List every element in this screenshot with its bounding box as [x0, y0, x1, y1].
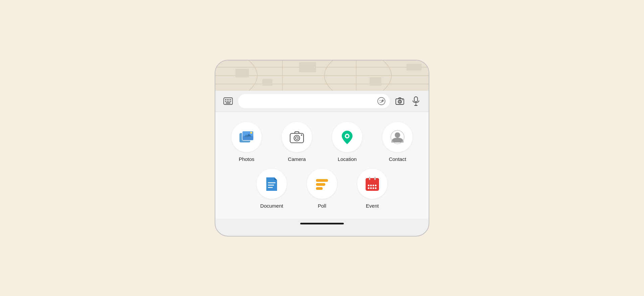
event-icon-circle — [357, 169, 387, 199]
camera-toolbar-icon[interactable] — [394, 95, 406, 107]
photos-icon-circle — [231, 122, 262, 152]
svg-rect-13 — [228, 99, 229, 100]
map-area — [215, 60, 429, 91]
svg-point-60 — [370, 187, 372, 189]
photos-label: Photos — [239, 156, 255, 162]
svg-point-40 — [301, 134, 302, 136]
location-label: Location — [338, 156, 357, 162]
svg-point-24 — [399, 101, 401, 102]
svg-rect-18 — [230, 101, 231, 102]
svg-point-23 — [398, 100, 401, 103]
svg-rect-14 — [230, 99, 231, 100]
svg-point-25 — [402, 99, 403, 100]
svg-rect-49 — [316, 179, 328, 182]
event-label: Event — [366, 203, 379, 209]
camera-label: Camera — [288, 156, 306, 162]
document-item[interactable]: Document — [250, 169, 293, 209]
home-indicator — [215, 219, 429, 226]
keyboard-icon[interactable] — [222, 95, 234, 107]
grid-row-2: Document Poll — [222, 169, 422, 209]
contact-label: Contact — [389, 156, 406, 162]
camera-icon-circle — [282, 122, 312, 152]
camera-item[interactable]: Camera — [275, 122, 319, 162]
svg-point-59 — [368, 187, 370, 189]
svg-point-55 — [368, 184, 370, 186]
svg-point-61 — [373, 187, 374, 189]
svg-point-57 — [373, 184, 374, 186]
grid-row-1: Photos Camera — [222, 122, 422, 162]
document-label: Document — [260, 203, 283, 209]
input-bar — [215, 91, 429, 112]
svg-rect-54 — [366, 180, 379, 182]
poll-item[interactable]: Poll — [300, 169, 344, 209]
contact-item[interactable]: Contact — [376, 122, 419, 162]
svg-rect-17 — [228, 101, 229, 102]
svg-rect-19 — [226, 102, 230, 103]
svg-rect-6 — [299, 62, 316, 72]
poll-icon-circle — [307, 169, 337, 199]
svg-rect-5 — [235, 69, 249, 77]
svg-rect-16 — [227, 101, 228, 102]
poll-label: Poll — [318, 203, 326, 209]
event-item[interactable]: Event — [351, 169, 394, 209]
grid-area: Photos Camera — [215, 112, 429, 219]
svg-rect-26 — [414, 97, 418, 102]
svg-point-56 — [370, 184, 372, 186]
svg-point-39 — [296, 137, 298, 139]
svg-point-58 — [375, 184, 377, 186]
sticker-icon[interactable] — [377, 97, 386, 105]
svg-rect-11 — [225, 99, 226, 100]
phone-container: Photos Camera — [215, 60, 429, 237]
svg-point-44 — [395, 132, 400, 138]
svg-point-21 — [380, 100, 381, 101]
home-bar — [300, 223, 344, 224]
svg-rect-51 — [316, 187, 323, 190]
document-icon-circle — [257, 169, 287, 199]
svg-rect-9 — [407, 64, 422, 71]
svg-rect-7 — [370, 77, 381, 86]
svg-rect-63 — [369, 177, 370, 180]
svg-rect-64 — [374, 177, 376, 180]
svg-rect-50 — [316, 183, 325, 186]
svg-point-62 — [375, 187, 377, 189]
location-icon-circle — [332, 122, 362, 152]
mic-icon[interactable] — [410, 95, 422, 107]
svg-rect-12 — [227, 99, 228, 100]
svg-point-42 — [346, 135, 348, 137]
photos-item[interactable]: Photos — [225, 122, 268, 162]
svg-point-35 — [250, 132, 252, 134]
message-input[interactable] — [238, 94, 390, 108]
svg-rect-8 — [262, 79, 272, 86]
svg-point-38 — [294, 135, 300, 141]
contact-icon-circle — [382, 122, 413, 152]
location-item[interactable]: Location — [325, 122, 369, 162]
svg-rect-15 — [225, 101, 226, 102]
